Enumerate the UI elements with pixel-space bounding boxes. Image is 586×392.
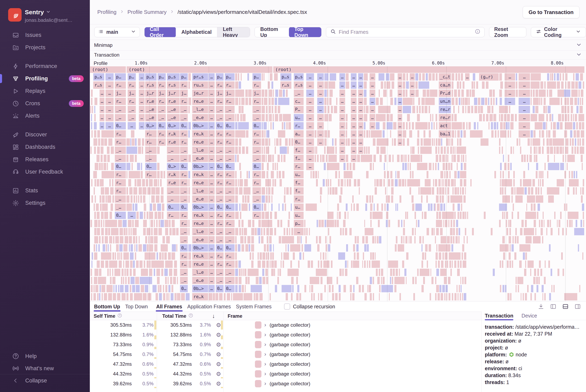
flame-frame[interactable]: …: [317, 90, 324, 97]
flame-frame[interactable]: _…: [216, 236, 224, 244]
flame-frame[interactable]: 0…: [252, 163, 261, 170]
flame-frame[interactable]: …: [306, 73, 314, 80]
flame-frame[interactable]: _e…e: [192, 196, 208, 203]
flame-frame[interactable]: _…: [225, 187, 235, 194]
flame-frame[interactable]: …: [351, 82, 357, 89]
flame-frame[interactable]: _l…e: [192, 228, 208, 235]
flame-frame[interactable]: r…: [252, 98, 261, 105]
flame-frame[interactable]: …: [209, 187, 215, 194]
flame-frame[interactable]: r…: [252, 138, 261, 146]
flame-frame[interactable]: …: [339, 73, 345, 80]
flame-frame[interactable]: _…: [180, 155, 188, 162]
color-coding-button[interactable]: Color Coding: [531, 27, 586, 37]
flame-frame[interactable]: ba…1: [439, 130, 451, 138]
flame-frame[interactable]: re…e: [192, 220, 208, 227]
tab-bottom-up[interactable]: Bottom Up: [255, 27, 289, 37]
flame-frame[interactable]: _…: [145, 146, 157, 154]
flame-frame[interactable]: _…: [180, 187, 188, 194]
table-row[interactable]: 39.62ms0.5%39.62ms0.5%⚙›(garbage collect…: [90, 379, 481, 388]
flame-frame[interactable]: r…s: [167, 82, 180, 89]
flame-frame[interactable]: …: [139, 98, 145, 105]
flame-frame[interactable]: _…: [216, 228, 224, 235]
flame-frame[interactable]: _l…e: [192, 187, 208, 194]
flame-frame[interactable]: 0…: [115, 122, 126, 130]
transaction-row[interactable]: Transaction: [90, 50, 586, 60]
flame-frame[interactable]: _…: [252, 196, 261, 203]
flame-frame[interactable]: r…: [225, 252, 235, 260]
table-row[interactable]: 54.75ms0.7%54.75ms0.7%⚙›(garbage collect…: [90, 350, 481, 359]
flame-frame[interactable]: …: [317, 82, 324, 89]
flame-frame[interactable]: …: [106, 90, 114, 97]
flame-frame[interactable]: 0…: [252, 204, 261, 211]
flame-frame[interactable]: r…: [145, 138, 157, 146]
flame-frame[interactable]: f…: [294, 146, 304, 154]
flame-frame[interactable]: …: [519, 73, 530, 80]
flame-frame[interactable]: r…: [225, 260, 235, 268]
flame-frame[interactable]: _…: [252, 146, 261, 154]
flame-frame[interactable]: r…: [225, 179, 235, 186]
flame-frame[interactable]: …: [351, 114, 357, 121]
flamegraph-canvas[interactable]: (root)(root)(root)p…sr…s………………………………p…r……: [90, 66, 586, 301]
flame-frame[interactable]: …: [370, 90, 375, 97]
flame-frame[interactable]: je…r: [192, 90, 208, 97]
flame-frame[interactable]: …: [306, 98, 314, 105]
flame-frame[interactable]: …: [209, 73, 215, 80]
flame-frame[interactable]: re…r: [439, 106, 451, 113]
table-row[interactable]: 132.88ms1.6%132.88ms1.6%⚙›(garbage colle…: [90, 330, 481, 340]
flame-frame[interactable]: …: [209, 260, 215, 268]
flame-frame[interactable]: …: [519, 98, 530, 105]
flame-frame[interactable]: _…: [158, 114, 166, 121]
flame-frame[interactable]: r…: [216, 82, 224, 89]
flame-frame[interactable]: _…e: [167, 106, 180, 113]
flame-frame[interactable]: Pr…d: [439, 90, 451, 97]
flame-frame[interactable]: p…: [158, 73, 166, 80]
flame-frame[interactable]: …: [370, 73, 375, 80]
flame-frame[interactable]: …: [358, 90, 363, 97]
sidebar-item-crons[interactable]: Cronsbeta: [0, 97, 90, 110]
flame-frame[interactable]: …: [339, 130, 345, 138]
flame-frame[interactable]: j…r: [145, 90, 157, 97]
flame-frame[interactable]: j…: [180, 90, 188, 97]
checkbox[interactable]: [284, 304, 290, 310]
flame-frame[interactable]: j…: [252, 90, 261, 97]
flame-frame[interactable]: r…: [225, 212, 235, 219]
flame-frame[interactable]: ru…s: [192, 82, 208, 89]
column-header-frame[interactable]: Frame: [228, 312, 242, 320]
flame-frame[interactable]: r…: [225, 130, 235, 138]
minimap-row[interactable]: Minimap: [90, 40, 586, 50]
flame-frame[interactable]: …: [106, 98, 114, 105]
flame-frame[interactable]: …: [339, 106, 345, 113]
flame-frame[interactable]: …: [306, 122, 314, 130]
expand-chevron-icon[interactable]: ›: [264, 369, 266, 379]
flame-frame[interactable]: _…: [252, 106, 261, 113]
flame-frame[interactable]: _…: [115, 114, 126, 121]
expand-chevron-icon[interactable]: ›: [264, 330, 266, 340]
flame-frame[interactable]: _…: [115, 204, 126, 211]
flame-frame[interactable]: j…: [158, 90, 166, 97]
flame-frame[interactable]: …: [209, 98, 215, 105]
flame-frame[interactable]: pr…s: [192, 73, 208, 80]
column-header-total-time[interactable]: Total Time: [162, 312, 193, 320]
flame-frame[interactable]: …: [106, 73, 114, 80]
flame-frame[interactable]: _…: [128, 106, 136, 113]
chevron-down-icon[interactable]: [576, 52, 582, 58]
flame-frame[interactable]: r…e: [167, 138, 180, 146]
chevron-down-icon[interactable]: [576, 42, 582, 49]
flame-frame[interactable]: P…: [294, 106, 304, 113]
sidebar-item-projects[interactable]: Projects: [0, 41, 90, 54]
flame-frame[interactable]: _…: [225, 269, 235, 276]
flame-frame-root[interactable]: (root): [273, 66, 584, 73]
flame-frame[interactable]: p…s: [167, 73, 180, 80]
flame-frame[interactable]: …: [306, 155, 314, 162]
flame-frame[interactable]: r…: [252, 179, 261, 186]
sidebar-item-replays[interactable]: Replays: [0, 85, 90, 97]
flame-frame[interactable]: j…r: [167, 90, 180, 97]
flame-frame[interactable]: …: [398, 90, 402, 97]
flame-frame[interactable]: r…: [180, 130, 188, 138]
flame-frame[interactable]: 0…: [252, 122, 261, 130]
flame-frame[interactable]: 0b…>: [192, 244, 208, 252]
flame-frame[interactable]: …: [398, 82, 402, 89]
flame-frame[interactable]: …: [209, 114, 215, 121]
flame-frame[interactable]: …: [358, 138, 363, 146]
flame-frame[interactable]: …: [519, 122, 530, 130]
